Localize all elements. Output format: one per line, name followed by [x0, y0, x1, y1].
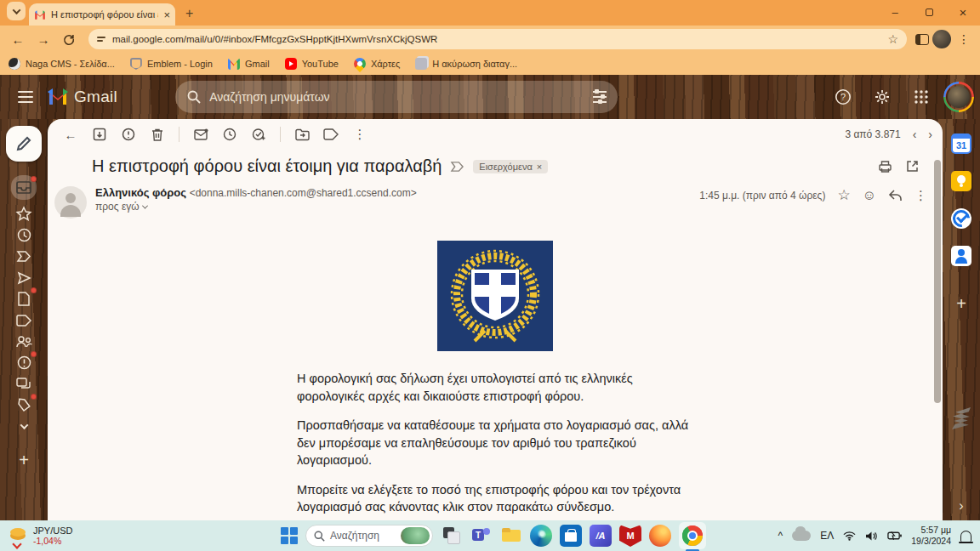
- restore-button[interactable]: [912, 0, 946, 24]
- calendar-icon[interactable]: 31: [949, 131, 974, 156]
- start-button[interactable]: [281, 527, 298, 544]
- move-to-button[interactable]: [289, 122, 315, 147]
- browser-tab[interactable]: Η επιστροφή φόρου είναι έτοι ×: [29, 3, 175, 26]
- chat-icon: [16, 378, 31, 391]
- microsoft-store-icon[interactable]: [560, 525, 582, 547]
- reload-button[interactable]: [58, 28, 80, 50]
- newer-email-button[interactable]: ‹: [913, 128, 917, 141]
- compose-button[interactable]: [6, 126, 42, 162]
- tasks-icon[interactable]: [949, 206, 974, 231]
- hide-side-panel-icon[interactable]: ›: [959, 498, 963, 514]
- mcafee-icon[interactable]: M: [619, 525, 641, 547]
- forward-button[interactable]: →: [32, 28, 54, 50]
- sidebar-item-spam[interactable]: [9, 352, 38, 373]
- taskbar-search[interactable]: Αναζήτηση: [305, 525, 433, 547]
- url-field[interactable]: mail.google.com/mail/u/0/#inbox/FMfcgzGx…: [88, 29, 907, 49]
- gmail-search-input[interactable]: [209, 90, 578, 104]
- settings-gear-icon[interactable]: [868, 82, 897, 111]
- report-spam-button[interactable]: [116, 122, 141, 147]
- bookmark-item[interactable]: Η ακύρωση διαταγ...: [415, 58, 517, 70]
- side-panel-icon[interactable]: [915, 34, 929, 45]
- sidebar-item-drafts[interactable]: [9, 288, 38, 310]
- snooze-button[interactable]: [217, 122, 242, 147]
- archive-button[interactable]: [87, 122, 112, 147]
- sidebar-item-chats[interactable]: [9, 373, 38, 395]
- more-options-button[interactable]: ⋮: [347, 122, 373, 147]
- emoji-reaction-icon[interactable]: ☺: [863, 188, 876, 203]
- inbox-label-chip[interactable]: Εισερχόμενα ×: [473, 160, 548, 173]
- firefox-icon[interactable]: [649, 525, 671, 547]
- reload-icon: [63, 33, 75, 45]
- chrome-icon-active[interactable]: [679, 522, 706, 549]
- url-text[interactable]: mail.google.com/mail/u/0/#inbox/FMfcgzGx…: [112, 34, 880, 44]
- main-menu-icon[interactable]: [9, 80, 43, 114]
- workspace: + ←: [0, 119, 980, 520]
- bookmark-item[interactable]: Gmail: [228, 58, 270, 70]
- onedrive-icon[interactable]: [792, 531, 811, 541]
- sidebar-item-contacts-group[interactable]: [9, 331, 38, 352]
- sidebar-item-snoozed[interactable]: [9, 224, 38, 246]
- file-explorer-icon[interactable]: [500, 525, 522, 547]
- help-icon[interactable]: ?: [829, 82, 858, 111]
- tray-expand-icon[interactable]: ^: [778, 530, 783, 542]
- bookmark-star-icon[interactable]: ☆: [887, 32, 898, 46]
- bookmark-item[interactable]: YouTube: [285, 58, 339, 70]
- sidebar-item-important[interactable]: [9, 246, 38, 267]
- open-in-new-icon[interactable]: [906, 160, 919, 173]
- task-view-button[interactable]: [441, 525, 463, 547]
- tab-search-button[interactable]: [7, 2, 26, 20]
- wifi-icon[interactable]: [843, 531, 856, 541]
- bookmark-item[interactable]: Χάρτες: [354, 58, 400, 70]
- older-email-button[interactable]: ›: [928, 128, 932, 141]
- get-addons-button[interactable]: +: [956, 294, 966, 314]
- close-button[interactable]: ×: [946, 0, 980, 24]
- back-to-inbox-button[interactable]: ←: [58, 122, 83, 147]
- gmail-search-bar[interactable]: [175, 81, 618, 113]
- sidebar-item-more[interactable]: [9, 416, 38, 437]
- message-more-icon[interactable]: ⋮: [914, 188, 927, 203]
- print-icon[interactable]: [878, 160, 892, 173]
- keep-icon[interactable]: [949, 168, 974, 194]
- gmail-logo[interactable]: Gmail: [48, 88, 117, 106]
- sidebar-item-categories[interactable]: [9, 310, 38, 331]
- delete-button[interactable]: [145, 122, 170, 147]
- add-to-tasks-button[interactable]: [246, 122, 271, 147]
- notifications-bell-icon[interactable]: [960, 531, 971, 542]
- widgets-button[interactable]: JPY/USD -1,04%: [9, 525, 72, 547]
- back-button[interactable]: ←: [7, 28, 29, 50]
- sender-avatar[interactable]: [54, 186, 87, 219]
- sidebar-item-inbox[interactable]: [9, 177, 38, 198]
- email-scrollbar[interactable]: [934, 160, 941, 403]
- reply-icon[interactable]: [888, 190, 903, 202]
- star-email-icon[interactable]: ☆: [837, 186, 850, 204]
- add-label-button[interactable]: +: [19, 451, 29, 470]
- browser-profile-avatar[interactable]: [932, 30, 951, 48]
- recipient-line[interactable]: προς εγώ: [95, 201, 417, 213]
- teams-app-icon[interactable]: [470, 525, 493, 547]
- browser-menu-icon[interactable]: ⋮: [954, 32, 973, 46]
- site-info-icon[interactable]: [97, 37, 105, 42]
- contacts-icon[interactable]: [949, 243, 974, 269]
- search-filter-icon[interactable]: [587, 84, 612, 110]
- label-button[interactable]: [318, 122, 344, 147]
- pencil-icon: [16, 136, 31, 151]
- tab-close-icon[interactable]: ×: [163, 9, 170, 20]
- google-apps-grid-icon[interactable]: [907, 82, 936, 111]
- account-avatar[interactable]: [946, 84, 971, 110]
- bookmark-item[interactable]: Naga CMS - Σελίδα...: [9, 58, 115, 70]
- new-tab-button[interactable]: +: [185, 6, 193, 21]
- volume-icon[interactable]: [865, 531, 878, 542]
- minimize-button[interactable]: –: [878, 0, 912, 24]
- slash-a-app-icon[interactable]: /A: [590, 525, 612, 547]
- mark-unread-button[interactable]: [188, 122, 214, 147]
- sidebar-item-sent[interactable]: [9, 267, 38, 288]
- remove-label-icon[interactable]: ×: [537, 162, 542, 172]
- battery-icon[interactable]: [887, 531, 902, 541]
- language-indicator[interactable]: ΕΛ: [820, 530, 834, 542]
- sidebar-item-labels[interactable]: [9, 395, 38, 416]
- addon-logo-icon[interactable]: [952, 407, 971, 429]
- bookmark-item[interactable]: Emblem - Login: [130, 58, 213, 70]
- sidebar-item-starred[interactable]: [9, 203, 38, 224]
- clock[interactable]: 5:57 μμ 19/3/2024: [911, 525, 951, 546]
- edge-browser-icon[interactable]: [530, 525, 552, 547]
